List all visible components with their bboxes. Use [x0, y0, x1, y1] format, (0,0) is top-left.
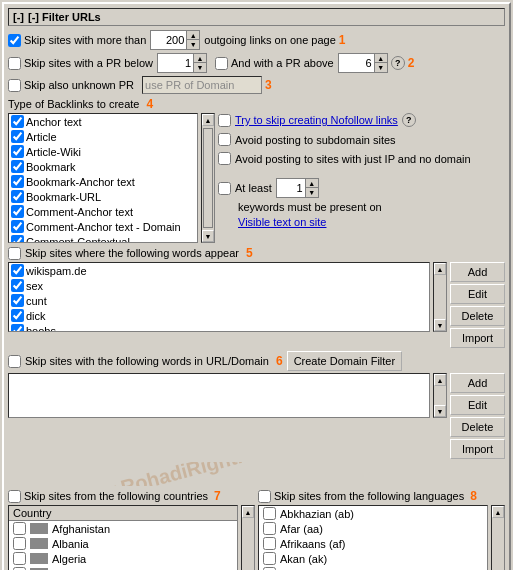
pr-above-input[interactable]: 6 — [339, 54, 374, 72]
url-import-btn[interactable]: Import — [450, 439, 505, 459]
url-scroll-up[interactable]: ▲ — [434, 374, 446, 386]
words-scrollbar[interactable]: ▲ ▼ — [433, 262, 447, 332]
backlink-cb-5[interactable] — [11, 175, 24, 188]
outgoing-up-btn[interactable]: ▲ — [187, 31, 199, 40]
word-cb-5[interactable] — [11, 324, 24, 332]
avoid-ip-checkbox[interactable] — [218, 152, 231, 165]
url-action-btns: Add Edit Delete Import — [450, 373, 505, 459]
nofollow-link[interactable]: Try to skip creating Nofollow links — [235, 114, 398, 126]
backlink-cb-2[interactable] — [11, 130, 24, 143]
words-delete-btn[interactable]: Delete — [450, 306, 505, 326]
nofollow-help-icon[interactable]: ? — [402, 113, 416, 127]
words-scroll-down[interactable]: ▼ — [434, 319, 446, 331]
lang-cb-4[interactable] — [263, 552, 276, 565]
lang-cb-2[interactable] — [263, 522, 276, 535]
nofollow-checkbox[interactable] — [218, 114, 231, 127]
at-least-down-btn[interactable]: ▼ — [306, 188, 318, 197]
scroll-thumb — [203, 128, 213, 228]
url-scroll-down[interactable]: ▼ — [434, 405, 446, 417]
skip-url-words-checkbox[interactable] — [8, 355, 21, 368]
word-cb-3[interactable] — [11, 294, 24, 307]
pr-above-spinner[interactable]: 6 ▲ ▼ — [338, 53, 388, 73]
outgoing-value-input[interactable]: 200 — [151, 31, 186, 49]
section6: Skip sites with the following words in U… — [8, 351, 505, 459]
backlink-cb-7[interactable] — [11, 205, 24, 218]
visible-text-link[interactable]: Visible text on site — [238, 216, 326, 228]
country-cb-3[interactable] — [13, 552, 26, 565]
list-item: Comment-Anchor text — [9, 204, 197, 219]
country-cb-2[interactable] — [13, 537, 26, 550]
pr-below-down-btn[interactable]: ▼ — [194, 63, 206, 72]
watermark: www.RohadiRight.com — [69, 462, 285, 486]
backlinks-section: Type of Backlinks to create 4 Anchor tex… — [8, 97, 505, 243]
country-scroll-up[interactable]: ▲ — [242, 506, 254, 518]
backlink-cb-1[interactable] — [11, 115, 24, 128]
backlink-cb-4[interactable] — [11, 160, 24, 173]
pr-above-down-btn[interactable]: ▼ — [375, 63, 387, 72]
backlinks-scrollbar[interactable]: ▲ ▼ — [201, 113, 215, 243]
and-pr-above-checkbox[interactable] — [215, 57, 228, 70]
lang-cb-3[interactable] — [263, 537, 276, 550]
lang-scroll-up[interactable]: ▲ — [492, 506, 504, 518]
pr-below-input[interactable]: 1 — [158, 54, 193, 72]
window-title: [-] Filter URLs — [28, 11, 101, 23]
word-cb-2[interactable] — [11, 279, 24, 292]
collapse-icon[interactable]: [-] — [13, 11, 24, 23]
badge-2: 2 — [408, 56, 415, 70]
word-cb-1[interactable] — [11, 264, 24, 277]
backlink-cb-9[interactable] — [11, 235, 24, 243]
outgoing-down-btn[interactable]: ▼ — [187, 40, 199, 49]
word-cb-4[interactable] — [11, 309, 24, 322]
use-pr-domain-input[interactable]: use PR of Domain — [142, 76, 262, 94]
avoid-subdomain-label: Avoid posting to subdomain sites — [235, 134, 396, 146]
scroll-up-btn[interactable]: ▲ — [202, 114, 214, 126]
skip-unknown-pr-checkbox[interactable] — [8, 79, 21, 92]
words-add-btn[interactable]: Add — [450, 262, 505, 282]
languages-list: Abkhazian (ab) Afar (aa) Afrikaans (af) … — [258, 505, 488, 570]
at-least-checkbox[interactable] — [218, 182, 231, 195]
pr-below-spinner[interactable]: 1 ▲ ▼ — [157, 53, 207, 73]
url-edit-btn[interactable]: Edit — [450, 395, 505, 415]
pr-help-icon[interactable]: ? — [391, 56, 405, 70]
skip-countries-checkbox[interactable] — [8, 490, 21, 503]
outgoing-value-spinner[interactable]: 200 ▲ ▼ — [150, 30, 200, 50]
outgoing-links-label: outgoing links on one page — [204, 34, 336, 46]
skip-words-checkbox[interactable] — [8, 247, 21, 260]
pr-below-up-btn[interactable]: ▲ — [194, 54, 206, 63]
skip-pr-checkbox[interactable] — [8, 57, 21, 70]
avoid-subdomain-checkbox[interactable] — [218, 133, 231, 146]
skip-outgoing-checkbox[interactable] — [8, 34, 21, 47]
lang-cb-1[interactable] — [263, 507, 276, 520]
countries-right-panel: Skip sites from the following languages … — [258, 489, 505, 570]
backlinks-label: Type of Backlinks to create — [8, 98, 139, 110]
create-domain-btn[interactable]: Create Domain Filter — [287, 351, 402, 371]
url-delete-btn[interactable]: Delete — [450, 417, 505, 437]
words-import-btn[interactable]: Import — [450, 328, 505, 348]
section5: Skip sites where the following words app… — [8, 246, 505, 348]
words-scroll-up[interactable]: ▲ — [434, 263, 446, 275]
list-item: Akan (ak) — [259, 551, 487, 566]
list-item: Anchor text — [9, 114, 197, 129]
backlink-cb-6[interactable] — [11, 190, 24, 203]
row-unknown-pr: Skip also unknown PR use PR of Domain 3 — [8, 76, 505, 94]
list-item: Afghanistan — [9, 521, 237, 536]
at-least-spinner[interactable]: 1 ▲ ▼ — [276, 178, 319, 198]
list-item: Algeria — [9, 551, 237, 566]
url-scrollbar[interactable]: ▲ ▼ — [433, 373, 447, 418]
pr-above-up-btn[interactable]: ▲ — [375, 54, 387, 63]
country-cb-1[interactable] — [13, 522, 26, 535]
list-item: Comment-Anchor text - Domain — [9, 219, 197, 234]
backlink-cb-3[interactable] — [11, 145, 24, 158]
at-least-input[interactable]: 1 — [277, 179, 305, 197]
country-scrollbar[interactable]: ▲ ▼ — [241, 505, 255, 570]
countries-section: Skip sites from the following countries … — [8, 489, 505, 570]
at-least-up-btn[interactable]: ▲ — [306, 179, 318, 188]
skip-languages-checkbox[interactable] — [258, 490, 271, 503]
url-add-btn[interactable]: Add — [450, 373, 505, 393]
lang-scrollbar[interactable]: ▲ ▼ — [491, 505, 505, 570]
skip-pr-label: Skip sites with a PR below — [24, 57, 153, 69]
words-edit-btn[interactable]: Edit — [450, 284, 505, 304]
row-pr-below: Skip sites with a PR below 1 ▲ ▼ And wit… — [8, 53, 505, 73]
backlink-cb-8[interactable] — [11, 220, 24, 233]
scroll-down-btn[interactable]: ▼ — [202, 230, 214, 242]
